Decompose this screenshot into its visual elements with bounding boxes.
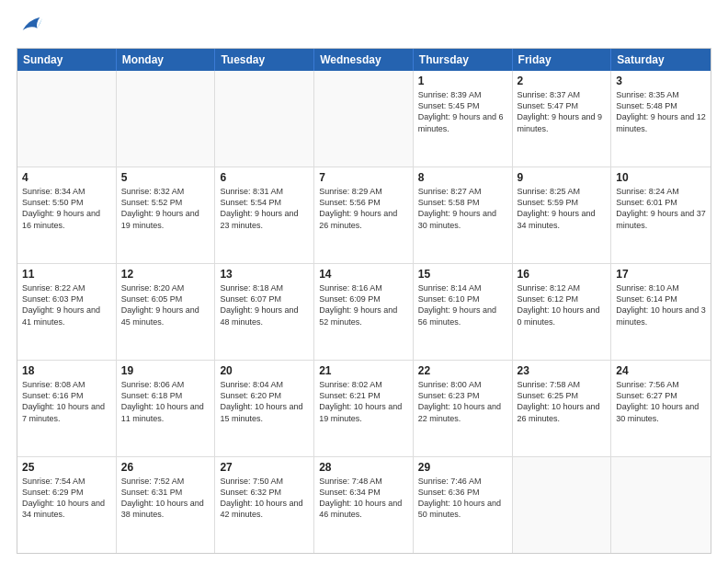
calendar-cell: 7Sunrise: 8:29 AM Sunset: 5:56 PM Daylig… <box>314 167 414 263</box>
day-number: 13 <box>220 268 309 281</box>
day-number: 12 <box>121 268 210 281</box>
day-number: 1 <box>418 75 507 87</box>
cell-daylight-info: Sunrise: 7:58 AM Sunset: 6:25 PM Dayligh… <box>518 379 607 424</box>
cell-daylight-info: Sunrise: 8:29 AM Sunset: 5:56 PM Dayligh… <box>319 186 408 231</box>
cell-daylight-info: Sunrise: 7:46 AM Sunset: 6:36 PM Dayligh… <box>418 476 507 521</box>
cell-daylight-info: Sunrise: 8:34 AM Sunset: 5:50 PM Dayligh… <box>22 186 111 231</box>
day-number: 18 <box>22 364 111 377</box>
header-cell-friday: Friday <box>513 49 612 71</box>
calendar-cell: 5Sunrise: 8:32 AM Sunset: 5:52 PM Daylig… <box>117 167 216 263</box>
cell-daylight-info: Sunrise: 8:06 AM Sunset: 6:18 PM Dayligh… <box>121 379 210 424</box>
day-number: 7 <box>319 171 408 184</box>
day-number: 20 <box>220 364 309 377</box>
header-cell-monday: Monday <box>117 49 216 71</box>
day-number: 5 <box>121 171 210 184</box>
calendar-cell: 28Sunrise: 7:48 AM Sunset: 6:34 PM Dayli… <box>314 457 414 553</box>
day-number: 11 <box>22 268 111 281</box>
cell-daylight-info: Sunrise: 7:56 AM Sunset: 6:27 PM Dayligh… <box>616 379 706 424</box>
day-number: 4 <box>22 171 111 184</box>
cell-daylight-info: Sunrise: 8:25 AM Sunset: 5:59 PM Dayligh… <box>518 186 607 231</box>
cell-daylight-info: Sunrise: 8:31 AM Sunset: 5:54 PM Dayligh… <box>220 186 309 231</box>
day-number: 25 <box>22 461 111 474</box>
calendar-cell: 16Sunrise: 8:12 AM Sunset: 6:12 PM Dayli… <box>513 264 612 360</box>
calendar-cell <box>314 71 414 167</box>
calendar-cell <box>117 71 216 167</box>
calendar-cell: 18Sunrise: 8:08 AM Sunset: 6:16 PM Dayli… <box>17 361 117 456</box>
calendar-body: 1Sunrise: 8:39 AM Sunset: 5:45 PM Daylig… <box>17 71 711 553</box>
calendar-cell <box>215 71 314 167</box>
cell-daylight-info: Sunrise: 8:16 AM Sunset: 6:09 PM Dayligh… <box>319 282 408 327</box>
cell-daylight-info: Sunrise: 8:10 AM Sunset: 6:14 PM Dayligh… <box>616 282 706 327</box>
cell-daylight-info: Sunrise: 8:22 AM Sunset: 6:03 PM Dayligh… <box>22 282 111 327</box>
calendar-cell: 26Sunrise: 7:52 AM Sunset: 6:31 PM Dayli… <box>117 457 216 553</box>
day-number: 21 <box>319 364 408 377</box>
calendar-cell: 13Sunrise: 8:18 AM Sunset: 6:07 PM Dayli… <box>215 264 314 360</box>
calendar-cell: 27Sunrise: 7:50 AM Sunset: 6:32 PM Dayli… <box>215 457 314 553</box>
calendar-cell: 19Sunrise: 8:06 AM Sunset: 6:18 PM Dayli… <box>117 361 216 456</box>
page: SundayMondayTuesdayWednesdayThursdayFrid… <box>0 0 728 563</box>
calendar-row-3: 18Sunrise: 8:08 AM Sunset: 6:16 PM Dayli… <box>17 360 711 456</box>
header-cell-saturday: Saturday <box>611 49 711 71</box>
cell-daylight-info: Sunrise: 8:18 AM Sunset: 6:07 PM Dayligh… <box>220 282 309 327</box>
calendar-cell: 17Sunrise: 8:10 AM Sunset: 6:14 PM Dayli… <box>611 264 711 360</box>
cell-daylight-info: Sunrise: 7:48 AM Sunset: 6:34 PM Dayligh… <box>319 476 408 521</box>
calendar-cell: 2Sunrise: 8:37 AM Sunset: 5:47 PM Daylig… <box>513 71 612 167</box>
calendar-cell <box>513 457 612 553</box>
calendar: SundayMondayTuesdayWednesdayThursdayFrid… <box>17 48 711 554</box>
cell-daylight-info: Sunrise: 8:08 AM Sunset: 6:16 PM Dayligh… <box>22 379 111 424</box>
calendar-cell: 3Sunrise: 8:35 AM Sunset: 5:48 PM Daylig… <box>611 71 711 167</box>
calendar-cell: 12Sunrise: 8:20 AM Sunset: 6:05 PM Dayli… <box>117 264 216 360</box>
cell-daylight-info: Sunrise: 8:27 AM Sunset: 5:58 PM Dayligh… <box>418 186 507 231</box>
day-number: 17 <box>616 268 706 281</box>
cell-daylight-info: Sunrise: 8:00 AM Sunset: 6:23 PM Dayligh… <box>418 379 507 424</box>
calendar-row-0: 1Sunrise: 8:39 AM Sunset: 5:45 PM Daylig… <box>17 71 711 167</box>
day-number: 22 <box>418 364 507 377</box>
calendar-cell: 6Sunrise: 8:31 AM Sunset: 5:54 PM Daylig… <box>215 167 314 263</box>
day-number: 19 <box>121 364 210 377</box>
cell-daylight-info: Sunrise: 8:04 AM Sunset: 6:20 PM Dayligh… <box>220 379 309 424</box>
cell-daylight-info: Sunrise: 8:24 AM Sunset: 6:01 PM Dayligh… <box>616 186 706 231</box>
logo-bird-icon <box>18 13 44 39</box>
calendar-cell: 23Sunrise: 7:58 AM Sunset: 6:25 PM Dayli… <box>513 361 612 456</box>
calendar-row-4: 25Sunrise: 7:54 AM Sunset: 6:29 PM Dayli… <box>17 456 711 553</box>
calendar-cell: 9Sunrise: 8:25 AM Sunset: 5:59 PM Daylig… <box>513 167 612 263</box>
cell-daylight-info: Sunrise: 8:39 AM Sunset: 5:45 PM Dayligh… <box>418 89 507 134</box>
header-cell-tuesday: Tuesday <box>215 49 314 71</box>
cell-daylight-info: Sunrise: 8:20 AM Sunset: 6:05 PM Dayligh… <box>121 282 210 327</box>
calendar-cell: 15Sunrise: 8:14 AM Sunset: 6:10 PM Dayli… <box>414 264 513 360</box>
cell-daylight-info: Sunrise: 8:02 AM Sunset: 6:21 PM Dayligh… <box>319 379 408 424</box>
calendar-cell: 24Sunrise: 7:56 AM Sunset: 6:27 PM Dayli… <box>611 361 711 456</box>
calendar-cell: 14Sunrise: 8:16 AM Sunset: 6:09 PM Dayli… <box>314 264 414 360</box>
day-number: 6 <box>220 171 309 184</box>
calendar-cell: 10Sunrise: 8:24 AM Sunset: 6:01 PM Dayli… <box>611 167 711 263</box>
day-number: 16 <box>518 268 607 281</box>
cell-daylight-info: Sunrise: 8:32 AM Sunset: 5:52 PM Dayligh… <box>121 186 210 231</box>
cell-daylight-info: Sunrise: 7:52 AM Sunset: 6:31 PM Dayligh… <box>121 476 210 521</box>
day-number: 24 <box>616 364 706 377</box>
cell-daylight-info: Sunrise: 7:54 AM Sunset: 6:29 PM Dayligh… <box>22 476 111 521</box>
calendar-cell <box>17 71 117 167</box>
calendar-cell <box>611 457 711 553</box>
logo <box>17 17 44 39</box>
header-cell-thursday: Thursday <box>414 49 513 71</box>
calendar-row-1: 4Sunrise: 8:34 AM Sunset: 5:50 PM Daylig… <box>17 167 711 263</box>
header <box>17 17 711 39</box>
calendar-cell: 20Sunrise: 8:04 AM Sunset: 6:20 PM Dayli… <box>215 361 314 456</box>
day-number: 3 <box>616 75 706 87</box>
calendar-row-2: 11Sunrise: 8:22 AM Sunset: 6:03 PM Dayli… <box>17 263 711 360</box>
calendar-header-row: SundayMondayTuesdayWednesdayThursdayFrid… <box>17 49 711 71</box>
day-number: 26 <box>121 461 210 474</box>
cell-daylight-info: Sunrise: 8:14 AM Sunset: 6:10 PM Dayligh… <box>418 282 507 327</box>
day-number: 27 <box>220 461 309 474</box>
day-number: 2 <box>518 75 607 87</box>
day-number: 23 <box>518 364 607 377</box>
header-cell-wednesday: Wednesday <box>314 49 414 71</box>
day-number: 15 <box>418 268 507 281</box>
calendar-cell: 1Sunrise: 8:39 AM Sunset: 5:45 PM Daylig… <box>414 71 513 167</box>
day-number: 8 <box>418 171 507 184</box>
calendar-cell: 21Sunrise: 8:02 AM Sunset: 6:21 PM Dayli… <box>314 361 414 456</box>
calendar-cell: 25Sunrise: 7:54 AM Sunset: 6:29 PM Dayli… <box>17 457 117 553</box>
day-number: 28 <box>319 461 408 474</box>
calendar-cell: 8Sunrise: 8:27 AM Sunset: 5:58 PM Daylig… <box>414 167 513 263</box>
calendar-cell: 22Sunrise: 8:00 AM Sunset: 6:23 PM Dayli… <box>414 361 513 456</box>
